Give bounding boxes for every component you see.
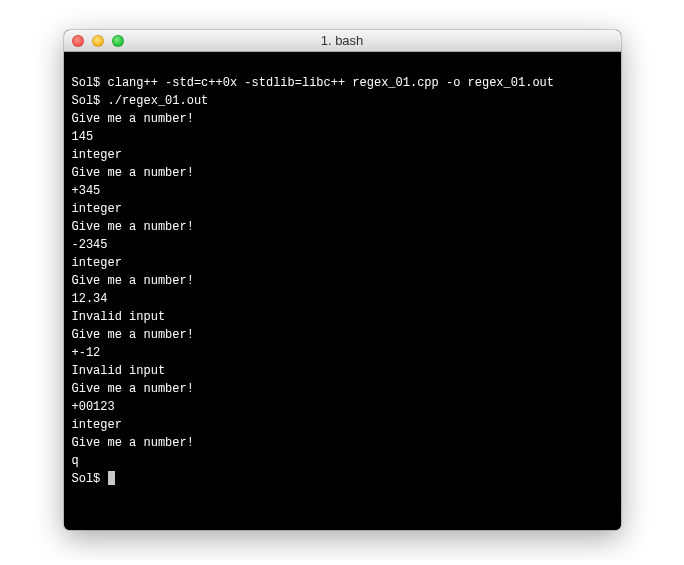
terminal-body[interactable]: Sol$ clang++ -std=c++0x -stdlib=libc++ r…: [64, 52, 621, 530]
minimize-icon[interactable]: [92, 35, 104, 47]
window-title: 1. bash: [64, 33, 621, 48]
terminal-line: integer: [72, 418, 122, 432]
terminal-line: Invalid input: [72, 364, 166, 378]
terminal-line: Invalid input: [72, 310, 166, 324]
terminal-line: Give me a number!: [72, 166, 194, 180]
terminal-line: Give me a number!: [72, 274, 194, 288]
terminal-window: 1. bash Sol$ clang++ -std=c++0x -stdlib=…: [64, 30, 621, 530]
terminal-line: Give me a number!: [72, 112, 194, 126]
close-icon[interactable]: [72, 35, 84, 47]
terminal-line: q: [72, 454, 79, 468]
terminal-line: integer: [72, 256, 122, 270]
maximize-icon[interactable]: [112, 35, 124, 47]
terminal-line: +00123: [72, 400, 115, 414]
traffic-lights: [72, 35, 124, 47]
terminal-line: Give me a number!: [72, 220, 194, 234]
terminal-line: integer: [72, 202, 122, 216]
terminal-line: 145: [72, 130, 94, 144]
terminal-line: Give me a number!: [72, 328, 194, 342]
terminal-line: +-12: [72, 346, 101, 360]
title-bar: 1. bash: [64, 30, 621, 52]
terminal-line: Sol$ clang++ -std=c++0x -stdlib=libc++ r…: [72, 76, 554, 90]
terminal-line: -2345: [72, 238, 108, 252]
terminal-line: Sol$: [72, 472, 108, 486]
terminal-line: Give me a number!: [72, 382, 194, 396]
terminal-line: Sol$ ./regex_01.out: [72, 94, 209, 108]
terminal-line: Give me a number!: [72, 436, 194, 450]
terminal-line: 12.34: [72, 292, 108, 306]
terminal-line: +345: [72, 184, 101, 198]
cursor-icon: [108, 471, 115, 485]
terminal-line: integer: [72, 148, 122, 162]
